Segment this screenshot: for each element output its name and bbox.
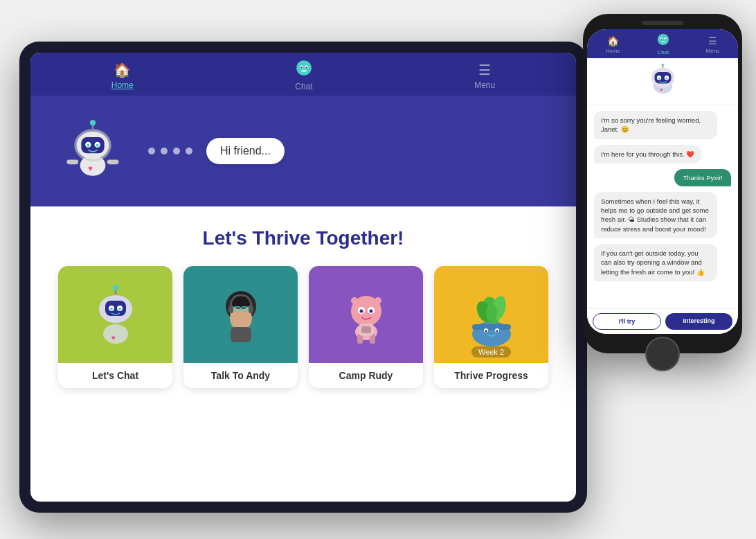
chat-message-3: Thanks Pyxir! [674, 169, 731, 186]
svg-point-57 [496, 330, 498, 333]
svg-rect-18 [107, 160, 119, 165]
card-image-thrive-progress: Week 2 [434, 266, 548, 363]
card-label-thrive-progress: Thrive Progress [434, 363, 548, 388]
svg-point-13 [96, 144, 99, 147]
svg-point-4 [305, 67, 307, 68]
main-title: Let's Thrive Together! [58, 227, 548, 249]
svg-point-3 [300, 67, 302, 68]
card-label-talk-andy: Talk To Andy [183, 363, 298, 388]
svg-point-27 [113, 285, 118, 290]
reply-buttons-row: I'll try Interesting [587, 308, 738, 334]
reply-btn-ill-try[interactable]: I'll try [593, 313, 661, 330]
phone-device: 🏠 Home Chat ☰ Menu [583, 14, 742, 353]
svg-rect-5 [301, 71, 306, 72]
dot-1 [148, 148, 155, 154]
card-camp-rudy[interactable]: Camp Rudy [309, 266, 423, 388]
svg-point-56 [485, 330, 487, 333]
svg-text:♥: ♥ [659, 87, 662, 93]
chat-icon [296, 60, 312, 80]
tablet-content: Let's Thrive Together! [30, 206, 576, 502]
svg-rect-50 [361, 326, 371, 333]
svg-point-44 [375, 297, 381, 304]
dot-4 [186, 148, 192, 154]
chat-message-4: Sometimes when I feel this way, it helps… [594, 192, 717, 238]
reply-btn-interesting[interactable]: Interesting [665, 313, 732, 330]
tablet-hero: ♥ Hi friend... [30, 96, 576, 206]
week-badge: Week 2 [471, 346, 511, 357]
svg-point-61 [486, 303, 497, 323]
tablet-nav-chat[interactable]: Chat [295, 60, 312, 91]
phone-nav-home-label: Home [605, 48, 620, 54]
phone-nav-home[interactable]: 🏠 Home [605, 35, 620, 54]
card-image-camp-rudy [309, 266, 423, 363]
phone-speaker [642, 21, 683, 25]
svg-point-47 [359, 310, 363, 313]
robot-illustration: ♥ [58, 116, 127, 186]
phone-home-button[interactable] [645, 337, 680, 371]
svg-rect-17 [67, 160, 79, 165]
tablet-nav-home-label: Home [111, 80, 134, 90]
phone-nav-menu[interactable]: ☰ Menu [706, 35, 720, 54]
dot-3 [173, 148, 180, 154]
svg-point-0 [296, 60, 312, 76]
chat-message-5: If you can't get outside today, you can … [594, 244, 717, 281]
card-talk-andy[interactable]: Talk To Andy [183, 266, 298, 388]
card-label-camp-rudy: Camp Rudy [309, 363, 423, 388]
chat-message-2: I'm here for you through this. ❤️ [594, 145, 701, 164]
tablet-nav-chat-label: Chat [295, 82, 312, 91]
phone-robot-area: ♥ [587, 58, 738, 105]
svg-point-25 [118, 308, 121, 310]
svg-point-65 [660, 39, 662, 40]
svg-rect-34 [249, 306, 253, 313]
phone-nav-menu-label: Menu [706, 48, 720, 54]
svg-rect-38 [231, 327, 251, 342]
svg-point-74 [665, 78, 667, 80]
svg-text:♥: ♥ [111, 334, 116, 342]
tablet-nav-home[interactable]: 🏠 Home [111, 62, 134, 90]
card-label-lets-chat: Let's Chat [58, 363, 172, 388]
tablet-nav-menu-label: Menu [474, 80, 495, 90]
svg-point-15 [90, 120, 96, 125]
svg-point-76 [660, 64, 665, 65]
svg-text:♥: ♥ [88, 164, 93, 173]
phone-chat-icon [657, 33, 669, 48]
svg-point-66 [664, 39, 665, 40]
card-lets-chat[interactable]: ♥ Let's Chat [58, 266, 172, 388]
svg-point-43 [351, 297, 358, 304]
svg-point-62 [658, 34, 669, 45]
dot-2 [161, 148, 168, 154]
phone-home-icon: 🏠 [607, 35, 619, 46]
svg-rect-33 [228, 306, 233, 313]
tablet-navbar: 🏠 Home Chat ☰ [30, 53, 576, 96]
phone-nav-chat-label: Chat [657, 49, 669, 55]
svg-point-19 [103, 324, 128, 344]
svg-rect-9 [81, 137, 104, 153]
svg-rect-21 [105, 301, 126, 316]
speech-bubble: Hi friend... [206, 138, 285, 164]
dots-row [148, 148, 192, 154]
tablet-device: 🏠 Home Chat ☰ [19, 42, 587, 513]
svg-point-48 [369, 310, 372, 313]
chat-area: I'm so sorry you're feeling worried, Jan… [587, 105, 738, 308]
cards-row: ♥ Let's Chat [58, 266, 548, 388]
phone-menu-icon: ☰ [708, 35, 717, 46]
phone-nav-chat[interactable]: Chat [657, 33, 669, 55]
svg-point-73 [658, 78, 660, 80]
card-image-lets-chat: ♥ [58, 266, 172, 363]
menu-icon: ☰ [478, 62, 491, 78]
chat-message-1: I'm so sorry you're feeling worried, Jan… [594, 111, 717, 139]
card-image-talk-andy [183, 266, 298, 363]
svg-rect-53 [472, 324, 511, 330]
phone-screen: 🏠 Home Chat ☰ Menu [587, 29, 738, 334]
svg-rect-67 [661, 42, 665, 42]
card-thrive-progress[interactable]: Week 2 Thrive Progress [434, 266, 548, 388]
phone-robot-illustration: ♥ [644, 64, 682, 102]
home-icon: 🏠 [114, 62, 131, 78]
tablet-screen: 🏠 Home Chat ☰ [30, 53, 576, 502]
tablet-nav-menu[interactable]: ☰ Menu [474, 62, 495, 90]
phone-navbar: 🏠 Home Chat ☰ Menu [587, 29, 738, 58]
svg-point-12 [87, 144, 89, 147]
svg-point-24 [110, 308, 113, 310]
